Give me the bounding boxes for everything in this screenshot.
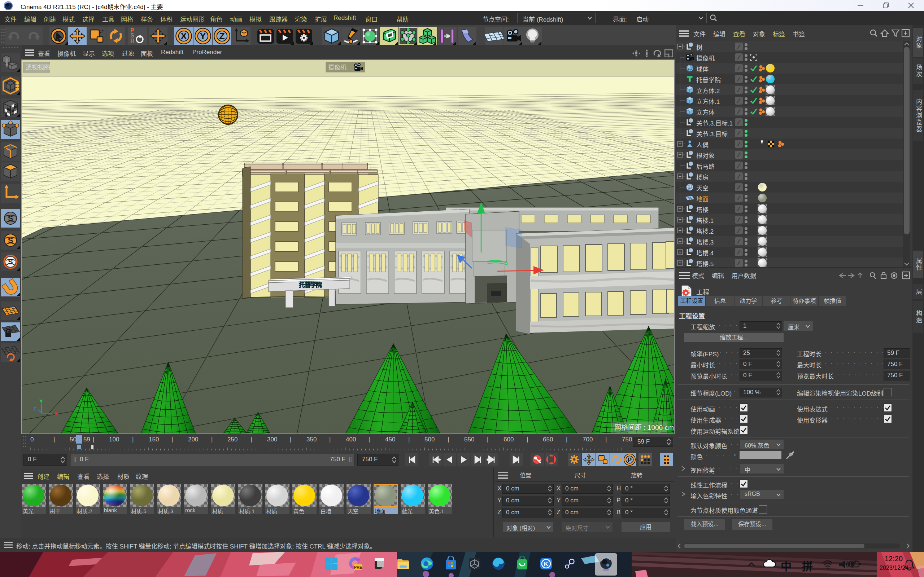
svg-text:|: | <box>487 436 488 443</box>
svg-text:|: | <box>566 436 567 443</box>
svg-text:|: | <box>250 436 252 443</box>
svg-text:|: | <box>93 436 94 443</box>
svg-text:|: | <box>447 436 449 443</box>
svg-text:50: 50 <box>69 436 76 443</box>
svg-text:700: 700 <box>583 436 593 443</box>
svg-text:Y: Y <box>200 31 206 42</box>
svg-text:150: 150 <box>149 436 159 443</box>
svg-text:550: 550 <box>464 436 474 443</box>
svg-text:|: | <box>329 436 331 443</box>
svg-text:X: X <box>54 410 58 416</box>
svg-text:600: 600 <box>504 436 514 443</box>
svg-text:500: 500 <box>425 436 435 443</box>
svg-text:350: 350 <box>307 436 317 443</box>
svg-text:Z: Z <box>219 31 225 42</box>
svg-text:100: 100 <box>109 436 119 443</box>
svg-text:250: 250 <box>228 436 237 443</box>
svg-text:0: 0 <box>30 436 34 443</box>
svg-text:750: 750 <box>622 436 632 443</box>
svg-text:59: 59 <box>83 436 90 443</box>
svg-text:网格间距 : 1000 cm: 网格间距 : 1000 cm <box>614 424 674 431</box>
svg-text:P: P <box>628 456 632 463</box>
svg-text:K: K <box>544 561 549 567</box>
svg-text:Y: Y <box>39 398 43 404</box>
svg-text:S: S <box>8 214 13 223</box>
svg-text:|: | <box>290 436 291 443</box>
svg-text:|: | <box>211 436 213 443</box>
svg-text:摄像机: 摄像机 <box>328 64 347 71</box>
svg-text:650: 650 <box>543 436 553 443</box>
svg-text:托普学院: 托普学院 <box>299 281 322 288</box>
svg-text:透视视图: 透视视图 <box>26 64 50 71</box>
svg-text:|: | <box>527 436 528 443</box>
svg-text:450: 450 <box>385 436 395 443</box>
svg-text:300: 300 <box>267 436 277 443</box>
svg-text:R: R <box>130 38 135 44</box>
svg-text:S: S <box>8 258 13 266</box>
svg-text:|: | <box>605 436 607 443</box>
svg-text:S: S <box>8 236 13 245</box>
svg-text:|: | <box>369 436 370 443</box>
svg-text:200: 200 <box>188 436 198 443</box>
svg-text:X: X <box>181 31 187 42</box>
svg-text:|: | <box>53 436 55 443</box>
svg-text:|: | <box>408 436 410 443</box>
svg-text:|: | <box>171 436 173 443</box>
svg-text:400: 400 <box>346 436 356 443</box>
svg-text:Z: Z <box>33 405 36 411</box>
svg-text:|: | <box>132 436 134 443</box>
svg-text:PRE: PRE <box>354 565 362 569</box>
